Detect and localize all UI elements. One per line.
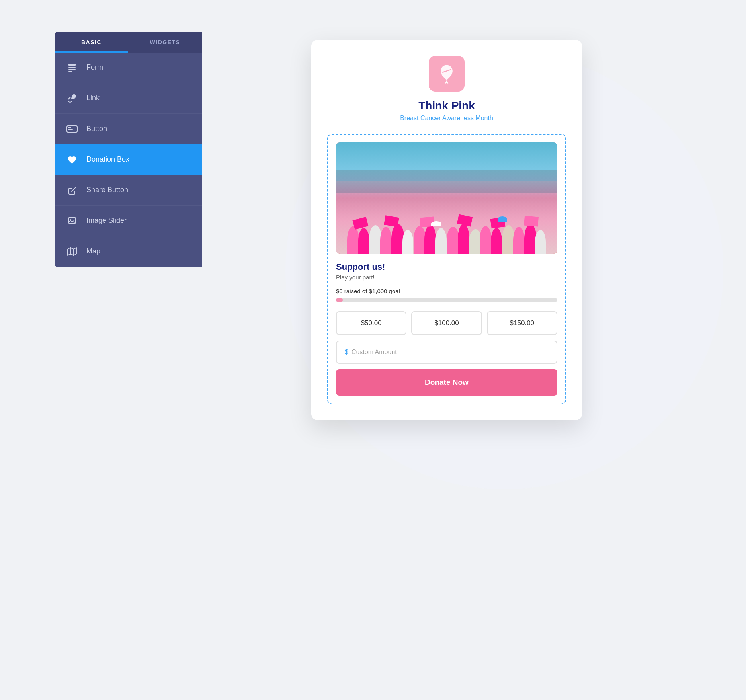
button-icon [66,123,78,135]
custom-amount-container[interactable]: $ Custom Amount [336,341,557,364]
form-icon [66,61,78,74]
sidebar-item-share-button-label: Share Button [86,186,128,194]
amount-btn-50[interactable]: $50.00 [336,311,406,335]
heart-icon [66,153,78,166]
card-subtitle: Breast Cancer Awareness Month [400,115,493,122]
preview-area: Think Pink Breast Cancer Awareness Month [202,32,691,420]
card-title: Think Pink [418,99,475,112]
image-slider-icon [66,214,78,227]
link-icon [66,92,78,105]
custom-amount-placeholder: Custom Amount [352,349,397,356]
svg-marker-10 [68,248,76,255]
tab-basic[interactable]: BASIC [55,32,128,53]
donation-box-widget: Support us! Play your part! $0 raised of… [327,134,566,404]
custom-amount-symbol: $ [345,349,348,356]
sidebar-item-map[interactable]: Map [55,236,202,267]
support-subtitle: Play your part! [336,274,557,281]
sidebar-item-share-button[interactable]: Share Button [55,175,202,206]
sidebar-item-link[interactable]: Link [55,83,202,114]
svg-rect-2 [68,69,76,70]
sidebar-item-map-label: Map [86,247,100,255]
amount-btn-150[interactable]: $150.00 [487,311,557,335]
sidebar-item-donation-box-label: Donation Box [86,155,129,164]
sidebar: BASIC WIDGETS Form [55,32,202,267]
raised-text: $0 raised of $1,000 goal [336,288,557,294]
tab-basic-label: BASIC [81,39,102,45]
map-icon [66,245,78,258]
event-image [336,142,557,254]
svg-rect-0 [68,64,76,66]
card-header: Think Pink Breast Cancer Awareness Month [327,56,566,122]
donate-now-button[interactable]: Donate Now [336,369,557,396]
progress-bar [336,298,557,302]
sidebar-item-link-label: Link [86,94,100,102]
svg-line-7 [72,187,76,191]
sidebar-item-image-slider-label: Image Slider [86,216,127,225]
main-container: BASIC WIDGETS Form [55,32,691,669]
preview-card: Think Pink Breast Cancer Awareness Month [311,40,582,420]
svg-rect-1 [68,67,76,68]
tab-widgets[interactable]: WIDGETS [128,32,202,53]
svg-rect-3 [68,71,72,72]
sidebar-tabs: BASIC WIDGETS [55,32,202,53]
sidebar-item-image-slider[interactable]: Image Slider [55,206,202,236]
svg-rect-4 [67,126,77,132]
amount-buttons: $50.00 $100.00 $150.00 [336,311,557,335]
sidebar-item-form[interactable]: Form [55,53,202,83]
support-title: Support us! [336,262,557,272]
svg-rect-5 [68,127,71,128]
ribbon-icon-wrapper [429,56,465,92]
share-icon [66,184,78,197]
sidebar-item-button-label: Button [86,125,107,133]
sidebar-item-donation-box[interactable]: Donation Box [55,144,202,175]
progress-bar-fill [336,298,343,302]
ribbon-svg-icon [437,62,457,85]
tab-widgets-label: WIDGETS [150,39,180,45]
amount-btn-100[interactable]: $100.00 [411,311,482,335]
sidebar-item-form-label: Form [86,63,103,72]
svg-rect-6 [68,129,73,130]
sidebar-item-button[interactable]: Button [55,114,202,144]
